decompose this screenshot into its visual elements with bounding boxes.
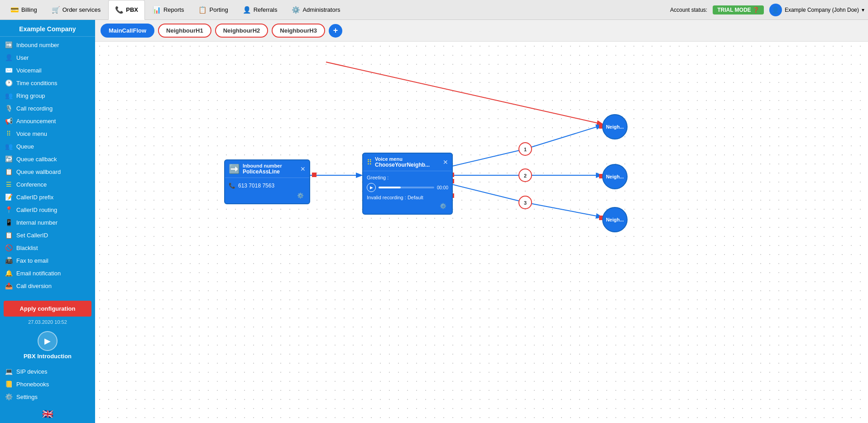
sidebar-item-label: Announcement (16, 118, 56, 125)
pbx-icon: 📞 (115, 6, 124, 14)
voice-menu-node[interactable]: ⠿ Voice menu ChooseYourNeighb... ✕ Greet… (362, 153, 453, 215)
sidebar-item-settings[interactable]: ⚙️ Settings (0, 390, 95, 403)
inbound-node-title: Inbound number PoliceAssLine (243, 163, 282, 175)
sidebar-item-fax-to-email[interactable]: 📠 Fax to email (0, 254, 95, 267)
sidebar-item-voice-menu[interactable]: ⠿ Voice menu (0, 127, 95, 140)
chevron-down-icon: ▾ (862, 7, 864, 13)
inbound-settings-row: ⚙️ (229, 191, 306, 201)
sidebar-item-callerid-routing[interactable]: 📍 CallerID routing (0, 203, 95, 216)
inbound-title1: Inbound number (243, 163, 282, 168)
neighbour-1-label: Neigh... (606, 124, 624, 130)
sidebar-item-sip-devices[interactable]: 💻 SIP devices (0, 365, 95, 378)
sidebar-item-label: CallerID routing (16, 207, 57, 213)
nav-pbx[interactable]: 📞 PBX (108, 0, 145, 20)
audio-player: ▶ 00:00 (367, 181, 448, 194)
sidebar-item-label: Queue (16, 143, 34, 150)
arrows-overlay: 1 2 3 (95, 42, 868, 423)
sidebar-item-ring-group[interactable]: 👥 Ring group (0, 89, 95, 102)
reports-icon: 📊 (153, 6, 161, 14)
voice-menu-greeting-label: Greeting : (367, 174, 448, 181)
apply-configuration-button[interactable]: Apply configuration (4, 301, 91, 317)
sidebar-item-user[interactable]: 👤 User (0, 51, 95, 64)
sidebar-item-internal-number[interactable]: 📱 Internal number (0, 216, 95, 229)
progress-bar-fill (379, 187, 401, 188)
add-tab-button[interactable]: + (329, 24, 342, 38)
sidebar-item-conference[interactable]: ☰ Conference (0, 178, 95, 191)
voice-menu-icon: ⠿ (5, 130, 13, 137)
tab-neighbour-h3[interactable]: NeighbourH3 (272, 24, 325, 38)
sidebar-item-phonebooks[interactable]: 📒 Phonebooks (0, 378, 95, 390)
sidebar-item-callerid-prefix[interactable]: 📝 CallerID prefix (0, 191, 95, 203)
sidebar-item-email-notification[interactable]: 🔔 Email notification (0, 267, 95, 279)
sidebar-item-label: Phonebooks (16, 381, 49, 388)
set-callerid-icon: 📋 (5, 231, 13, 239)
nav-pbx-label: PBX (126, 6, 138, 13)
inbound-phone-row: 📞 613 7018 7563 (229, 181, 306, 191)
voice-menu-close-button[interactable]: ✕ (443, 159, 448, 166)
invalid-recording-row: Invalid recording : Default (367, 194, 448, 201)
sidebar-item-blacklist[interactable]: 🚫 Blacklist (0, 241, 95, 254)
admin-icon: ⚙️ (292, 6, 300, 14)
sidebar: Example Company ➡️ Inbound number 👤 User… (0, 20, 95, 423)
inbound-title2: PoliceAssLine (243, 168, 282, 175)
tab-neighbour-h2[interactable]: NeighbourH2 (215, 24, 269, 38)
sidebar-item-voicemail[interactable]: ✉️ Voicemail (0, 64, 95, 77)
play-intro-button[interactable]: ▶ (38, 331, 58, 351)
nav-reports-label: Reports (163, 6, 184, 13)
inbound-node-header: ➡️ Inbound number PoliceAssLine ✕ (225, 160, 309, 178)
blacklist-icon: 🚫 (5, 244, 13, 251)
nav-porting[interactable]: 📋 Porting (192, 0, 235, 20)
account-status-label: Account status: (670, 7, 707, 13)
sidebar-item-label: Voicemail (16, 67, 42, 74)
tab-main-call-flow[interactable]: MainCallFlow (101, 24, 154, 38)
neighbour-2-label: Neigh... (606, 174, 624, 179)
inbound-phone-number: 613 7018 7563 (238, 183, 274, 189)
sidebar-item-queue[interactable]: 👥 Queue (0, 140, 95, 153)
inbound-gear-icon[interactable]: ⚙️ (297, 192, 304, 199)
flow-canvas[interactable]: 1 2 3 (95, 42, 868, 423)
sidebar-item-queue-wallboard[interactable]: 📋 Queue wallboard (0, 165, 95, 178)
voice-menu-body: Greeting : ▶ 00:00 Invalid recording : D… (363, 171, 452, 214)
nav-order-label: Order services (62, 6, 101, 13)
sidebar-item-set-callerid[interactable]: 📋 Set CallerID (0, 229, 95, 241)
neighbour-node-2[interactable]: Neigh... (602, 164, 628, 189)
svg-line-3 (525, 125, 601, 149)
inbound-node-header-left: ➡️ Inbound number PoliceAssLine (229, 163, 282, 175)
sidebar-item-inbound-number[interactable]: ➡️ Inbound number (0, 38, 95, 51)
user-icon: 👤 (5, 54, 13, 61)
language-flag[interactable]: 🇬🇧 (0, 405, 95, 423)
audio-play-button[interactable]: ▶ (367, 183, 376, 192)
sidebar-item-call-diversion[interactable]: 📤 Call diversion (0, 279, 95, 292)
nav-reports[interactable]: 📊 Reports (146, 0, 191, 20)
internal-number-icon: 📱 (5, 219, 13, 226)
nav-administrators[interactable]: ⚙️ Administrators (285, 0, 347, 20)
user-name-label: Example Company (John Doe) (785, 7, 859, 13)
settings-icon: ⚙️ (5, 393, 13, 400)
sidebar-item-call-recording[interactable]: 🎙️ Call recording (0, 102, 95, 115)
voice-menu-gear-icon[interactable]: ⚙️ (440, 203, 446, 209)
nav-order-services[interactable]: 🛒 Order services (45, 0, 108, 20)
tab-neighbour-h1[interactable]: NeighbourH1 (158, 24, 211, 38)
sidebar-item-label: Inbound number (16, 42, 59, 48)
sidebar-item-label: User (16, 54, 29, 61)
nav-admin-label: Administrators (302, 6, 340, 13)
sidebar-items-list: ➡️ Inbound number 👤 User ✉️ Voicemail 🕐 … (0, 37, 95, 299)
sidebar-item-announcement[interactable]: 📢 Announcement (0, 115, 95, 127)
neighbour-node-1[interactable]: Neigh... (602, 114, 628, 139)
neighbour-node-3[interactable]: Neigh... (602, 207, 628, 232)
call-recording-icon: 🎙️ (5, 105, 13, 112)
sidebar-item-time-conditions[interactable]: 🕐 Time conditions (0, 77, 95, 89)
nav-referrals[interactable]: 👤 Referrals (236, 0, 284, 20)
svg-line-0 (326, 62, 602, 124)
sidebar-item-label: Time conditions (16, 80, 58, 87)
sidebar-item-queue-callback[interactable]: ↩️ Queue callback (0, 153, 95, 165)
inbound-node-body: 📞 613 7018 7563 ⚙️ (225, 178, 309, 203)
order-icon: 🛒 (52, 6, 60, 14)
inbound-number-node[interactable]: ➡️ Inbound number PoliceAssLine ✕ 📞 613 … (224, 159, 310, 204)
avatar: 👤 (769, 4, 782, 16)
trial-badge[interactable]: TRIAL MODE ❓ (713, 5, 764, 14)
user-info[interactable]: 👤 Example Company (John Doe) ▾ (769, 4, 864, 16)
inbound-close-button[interactable]: ✕ (300, 165, 306, 173)
nav-billing[interactable]: 💳 Billing (4, 0, 44, 20)
sidebar-item-label: Conference (16, 181, 47, 188)
